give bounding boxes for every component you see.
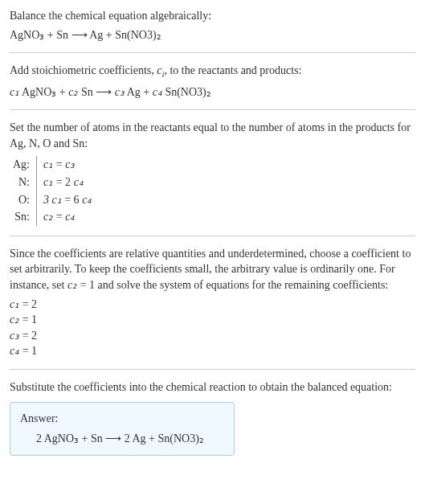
element-label: Sn: xyxy=(10,208,37,226)
atom-equation: 3 c₁ = 6 c₄ xyxy=(37,191,96,209)
eq-part: Sn(NO3)₂ xyxy=(162,86,211,98)
section-balance: Balance the chemical equation algebraica… xyxy=(10,8,415,53)
section-answer: Substitute the coefficients into the che… xyxy=(10,379,415,465)
section-title: Balance the chemical equation algebraica… xyxy=(10,8,415,24)
section-text: Since the coefficients are relative quan… xyxy=(10,246,415,293)
stoich-equation: c₁ AgNO₃ + c₂ Sn ⟶ c₃ Ag + c₄ Sn(NO3)₂ xyxy=(10,84,415,100)
element-label: N: xyxy=(10,174,37,191)
coeff-line: c₄ = 1 xyxy=(10,343,415,359)
coeff-line: c₃ = 2 xyxy=(10,328,415,344)
text-b: , to the reactants and products: xyxy=(164,64,301,76)
atoms-table: Ag: c₁ = c₃ N: c₁ = 2 c₄ O: 3 c₁ = 6 c₄ … xyxy=(10,156,95,225)
unbalanced-equation: AgNO₃ + Sn ⟶ Ag + Sn(NO3)₂ xyxy=(10,27,415,43)
c4: c₄ xyxy=(153,86,162,98)
atom-equation: c₂ = c₄ xyxy=(37,208,96,226)
coeff-line: c₁ = 2 xyxy=(10,297,415,313)
text-b: = 1 and solve the system of equations fo… xyxy=(77,279,388,291)
element-label: Ag: xyxy=(10,156,37,174)
table-row: Sn: c₂ = c₄ xyxy=(10,208,95,226)
section-title: Substitute the coefficients into the che… xyxy=(10,379,415,395)
section-title: Add stoichiometric coefficients, ci, to … xyxy=(10,63,415,80)
atom-equation: c₁ = c₃ xyxy=(37,156,96,174)
balanced-equation: 2 AgNO₃ + Sn ⟶ 2 Ag + Sn(NO3)₂ xyxy=(20,431,224,447)
eq-part: Sn ⟶ xyxy=(78,86,114,98)
table-row: Ag: c₁ = c₃ xyxy=(10,156,95,174)
section-stoich: Add stoichiometric coefficients, ci, to … xyxy=(10,63,415,110)
section-atoms: Set the number of atoms in the reactants… xyxy=(10,120,415,236)
text-a: Add stoichiometric coefficients, xyxy=(10,64,157,76)
eq-part: Ag + xyxy=(125,86,153,98)
element-label: O: xyxy=(10,191,37,209)
answer-label: Answer: xyxy=(20,411,224,427)
coeff-line: c₂ = 1 xyxy=(10,312,415,328)
table-row: O: 3 c₁ = 6 c₄ xyxy=(10,191,95,209)
answer-box: Answer: 2 AgNO₃ + Sn ⟶ 2 Ag + Sn(NO3)₂ xyxy=(10,402,235,456)
c3: c₃ xyxy=(115,86,125,98)
c2: c₂ xyxy=(68,86,78,98)
coefficient-list: c₁ = 2 c₂ = 1 c₃ = 2 c₄ = 1 xyxy=(10,297,415,359)
c2-var: c₂ xyxy=(67,279,77,291)
section-solve: Since the coefficients are relative quan… xyxy=(10,246,415,370)
eq-part: AgNO₃ + xyxy=(19,86,68,98)
c1: c₁ xyxy=(10,86,19,98)
table-row: N: c₁ = 2 c₄ xyxy=(10,174,95,191)
atom-equation: c₁ = 2 c₄ xyxy=(37,174,96,191)
section-title: Set the number of atoms in the reactants… xyxy=(10,120,415,151)
